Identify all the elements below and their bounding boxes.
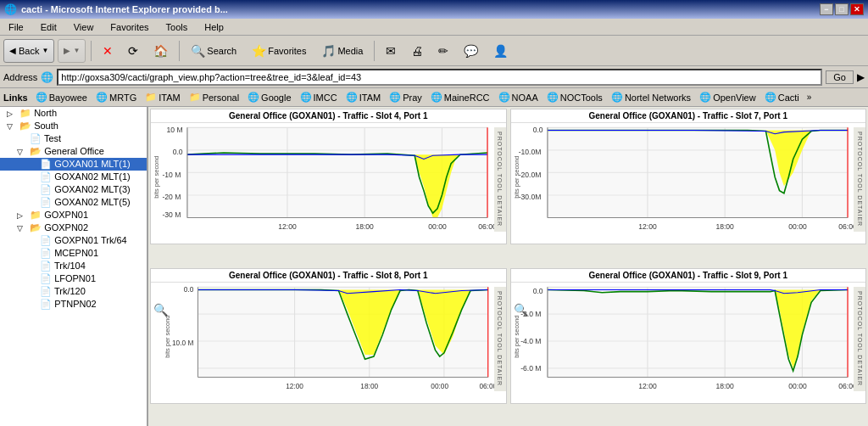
- sidebar-item-goxan01-mlt1[interactable]: 📄 GOXAN01 MLT(1): [0, 158, 147, 171]
- lfopn01-icon: 📄: [40, 273, 52, 283]
- sidebar-item-north[interactable]: ▷ 📁 North: [0, 107, 147, 120]
- goxpn01-trk64-label: GOXPN01 Trk/64: [54, 235, 127, 245]
- menu-help[interactable]: Help: [200, 20, 228, 34]
- svg-text:00:00: 00:00: [788, 222, 807, 231]
- svg-text:bits per second: bits per second: [512, 156, 520, 199]
- zoom-icon-4[interactable]: 🔍: [514, 303, 528, 317]
- address-bar: Address 🌐 Go ▶: [0, 66, 868, 88]
- sidebar-item-goxan02-mlt1[interactable]: 📄 GOXAN02 MLT(1): [0, 171, 147, 183]
- back-dropdown-icon: ▼: [42, 47, 48, 54]
- favorites-icon: ⭐: [252, 44, 266, 58]
- svg-text:00:00: 00:00: [431, 382, 448, 390]
- svg-text:12:00: 12:00: [638, 382, 657, 390]
- link-noaa[interactable]: 🌐 NOAA: [495, 91, 542, 104]
- edit-button[interactable]: ✏: [432, 39, 454, 63]
- media-button[interactable]: 🎵 Media: [315, 39, 369, 63]
- link-pray[interactable]: 🌐 Pray: [386, 91, 426, 104]
- sidebar-item-goxan02-mlt3[interactable]: 📄 GOXAN02 MLT(3): [0, 183, 147, 196]
- menu-tools[interactable]: Tools: [162, 20, 192, 34]
- general-office-expand-icon: ▽: [17, 148, 27, 156]
- links-bar: Links 🌐 Bayowee 🌐 MRTG 📁 ITAM 📁 Personal…: [0, 88, 868, 107]
- address-input[interactable]: [57, 69, 822, 86]
- link-openview[interactable]: 🌐 OpenView: [696, 91, 760, 104]
- link-mrtg[interactable]: 🌐 MRTG: [92, 91, 140, 104]
- goxan02-mlt3-label: GOXAN02 MLT(3): [54, 184, 131, 194]
- search-button[interactable]: 🔍 Search: [185, 39, 242, 63]
- svg-text:bits per second: bits per second: [153, 156, 160, 199]
- menu-favorites[interactable]: Favorites: [106, 20, 153, 34]
- graph-content-2[interactable]: 0.0 -10.0M -20.0M -30.0M 12:00 18:00 00:…: [511, 123, 866, 240]
- forward-button[interactable]: ▶ ▼: [58, 39, 86, 63]
- graph-content-4[interactable]: 🔍 0.0 -2.0 M -4.0 M -6.0 M 12:00 18:00: [511, 283, 866, 400]
- messenger-button[interactable]: 👤: [487, 39, 514, 63]
- toolbar: ◀ Back ▼ ▶ ▼ ✕ ⟳ 🏠 🔍 Search ⭐ Favorites …: [0, 36, 868, 66]
- graph-title-3: General Office (GOXAN01) - Traffic - Slo…: [151, 269, 506, 283]
- link-nortel[interactable]: 🌐 Nortel Networks: [608, 91, 694, 104]
- print-button[interactable]: 🖨: [405, 39, 429, 63]
- sidebar-item-goxan02-mlt5[interactable]: 📄 GOXAN02 MLT(5): [0, 196, 147, 209]
- svg-text:bits per second: bits per second: [164, 316, 171, 358]
- svg-text:18:00: 18:00: [715, 382, 734, 390]
- sidebar-item-trk120[interactable]: 📄 Trk/120: [0, 285, 147, 298]
- goxpn01-trk64-icon: 📄: [40, 235, 52, 245]
- svg-text:-4.0 M: -4.0 M: [520, 337, 541, 345]
- protocol-label-4: PROTOCOL TOOL DETAIER: [854, 287, 865, 391]
- general-office-label: General Office: [44, 146, 104, 156]
- link-cacti[interactable]: 🌐 Cacti: [761, 91, 803, 104]
- svg-text:10.0 M: 10.0 M: [172, 339, 193, 347]
- link-noctools[interactable]: 🌐 NOCTools: [543, 91, 606, 104]
- goxan02-mlt3-expand-icon: [27, 186, 37, 194]
- sidebar-item-trk104[interactable]: 📄 Trk/104: [0, 260, 147, 272]
- home-button[interactable]: 🏠: [147, 39, 174, 63]
- close-button[interactable]: ✕: [850, 3, 864, 15]
- sidebar-item-mcepn01[interactable]: 📄 MCEPN01: [0, 247, 147, 260]
- mail-button[interactable]: ✉: [380, 39, 402, 63]
- maximize-button[interactable]: □: [835, 3, 849, 15]
- minimize-button[interactable]: −: [820, 3, 833, 15]
- link-personal[interactable]: 📁 Personal: [186, 91, 242, 104]
- address-label: Address: [3, 72, 37, 82]
- menu-view[interactable]: View: [70, 20, 98, 34]
- test-expand-icon: [17, 135, 27, 143]
- back-button[interactable]: ◀ Back ▼: [3, 39, 54, 63]
- sidebar-item-ptnpn02[interactable]: 📄 PTNPN02: [0, 298, 147, 311]
- lfopn01-expand-icon: [27, 275, 37, 283]
- graph-panel-4: General Office (GOXAN01) - Traffic - Slo…: [510, 268, 867, 404]
- links-expand-button[interactable]: »: [804, 92, 815, 102]
- sidebar-item-lfopn01[interactable]: 📄 LFOPN01: [0, 272, 147, 285]
- menu-file[interactable]: File: [4, 20, 28, 34]
- go-button[interactable]: Go: [826, 70, 854, 84]
- zoom-icon-3[interactable]: 🔍: [153, 303, 168, 317]
- goxan01-mlt1-expand-icon: [27, 160, 37, 169]
- favorites-button[interactable]: ⭐ Favorites: [246, 39, 312, 63]
- home-icon: 🏠: [153, 44, 168, 58]
- svg-text:0.0: 0.0: [184, 285, 194, 294]
- stop-button[interactable]: ✕: [97, 39, 119, 63]
- refresh-button[interactable]: ⟳: [122, 39, 144, 63]
- svg-text:12:00: 12:00: [286, 382, 303, 390]
- goxan02-mlt1-icon: 📄: [40, 171, 52, 182]
- ie-icon: 🌐: [4, 3, 17, 15]
- sidebar-item-south[interactable]: ▽ 📂 South: [0, 120, 147, 132]
- discuss-button[interactable]: 💬: [458, 39, 484, 63]
- link-imcc[interactable]: 🌐 IMCC: [297, 91, 341, 104]
- favorites-label: Favorites: [268, 46, 306, 56]
- link-itam2[interactable]: 🌐 ITAM: [342, 91, 384, 104]
- menu-edit[interactable]: Edit: [36, 20, 61, 34]
- link-google[interactable]: 🌐 Google: [244, 91, 294, 104]
- goxpn02-folder-icon: 📂: [30, 222, 42, 233]
- sidebar-item-goxpn02[interactable]: ▽ 📂 GOXPN02: [0, 221, 147, 234]
- link-itam1[interactable]: 📁 ITAM: [142, 91, 183, 104]
- goxan02-mlt5-icon: 📄: [40, 197, 52, 207]
- graph-title-1: General Office (GOXAN01) - Traffic - Slo…: [151, 109, 506, 123]
- link-minercc[interactable]: 🌐 MaineRCC: [427, 91, 493, 104]
- sidebar-item-goxpn01[interactable]: ▷ 📁 GOXPN01: [0, 209, 147, 221]
- ptnpn02-icon: 📄: [40, 299, 52, 309]
- link-bayowee[interactable]: 🌐 Bayowee: [32, 91, 91, 104]
- discuss-icon: 💬: [464, 44, 478, 58]
- sidebar-item-goxpn01-trk64[interactable]: 📄 GOXPN01 Trk/64: [0, 234, 147, 247]
- sidebar-item-general-office[interactable]: ▽ 📂 General Office: [0, 145, 147, 158]
- graph-content-3[interactable]: 🔍 0.0 10.0 M 12:00 18:00 00:00 06:00: [151, 283, 506, 400]
- graph-content-1[interactable]: 10 M 0.0 -10 M -20 M -30 M 12:00 18:00 0…: [151, 123, 506, 240]
- sidebar-item-test[interactable]: 📄 Test: [0, 132, 147, 145]
